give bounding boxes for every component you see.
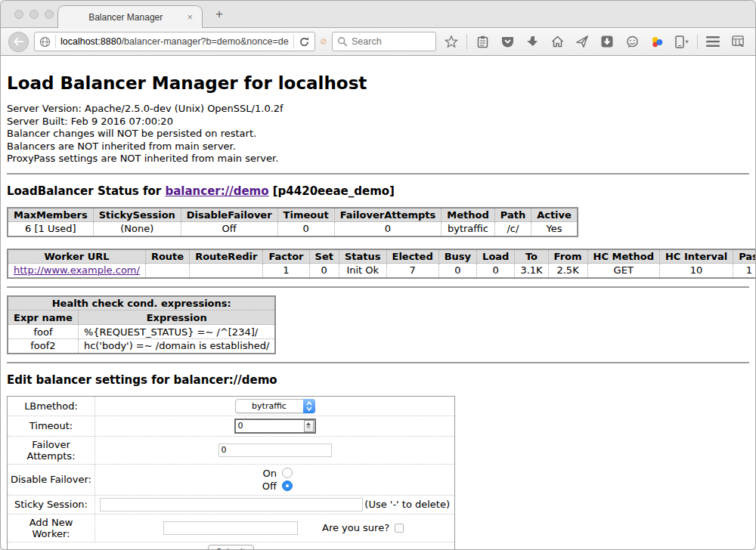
pocket-icon <box>501 36 514 48</box>
cell-expression: hc('body') =~ /domain is established/ <box>78 339 275 354</box>
proxypass-note-line: ProxyPass settings are NOT inherited fro… <box>7 153 749 165</box>
extension-download-button[interactable] <box>597 32 617 51</box>
on-label: On <box>257 468 277 479</box>
cell-busy: 0 <box>438 264 476 278</box>
health-check-table: Health check cond. expressions: Expr nam… <box>7 295 276 354</box>
edit-balancer-form: LBmethod: bytraffic Timeout: 0 <box>7 396 455 550</box>
table-header-row: Worker URL Route RouteRedir Factor Set S… <box>8 249 756 264</box>
divider <box>7 362 749 363</box>
table-row: foof %{REQUEST_STATUS} =~ /^[234]/ <box>8 325 275 339</box>
lb-status-suffix: [p4420eeae_demo] <box>269 184 395 198</box>
col-to: To <box>515 249 548 264</box>
timeout-value: 0 <box>236 421 304 431</box>
form-row-disable-failover: Disable Failover: On Off <box>8 464 455 495</box>
col-factor: Factor <box>263 249 309 264</box>
are-you-sure-label: Are you sure? <box>322 522 389 533</box>
sticky-session-input[interactable] <box>100 498 363 511</box>
clipboard-icon <box>477 36 488 48</box>
new-tab-button[interactable]: + <box>209 7 229 22</box>
cell-method: bytraffic <box>442 222 494 236</box>
page-title: Load Balancer Manager for localhost <box>7 73 749 93</box>
server-info: Server Version: Apache/2.5.0-dev (Unix) … <box>7 103 749 165</box>
pocket-button[interactable] <box>497 32 517 51</box>
zoom-window-button[interactable] <box>45 10 54 19</box>
disable-failover-on-radio[interactable] <box>282 468 293 478</box>
bookmark-star-button[interactable] <box>442 32 461 51</box>
form-row-submit: Submit <box>8 542 455 550</box>
col-routeredir: RouteRedir <box>190 249 263 264</box>
sticky-session-label: Sticky Session: <box>8 495 95 514</box>
off-label: Off <box>257 480 277 492</box>
content-blocked-icon[interactable] <box>321 34 327 49</box>
col-stickysession: StickySession <box>93 208 181 222</box>
lbmethod-select[interactable]: bytraffic <box>235 399 315 413</box>
col-elected: Elected <box>386 249 438 264</box>
search-bar[interactable] <box>332 32 436 51</box>
number-spinner-icon[interactable] <box>304 420 314 432</box>
worker-table: Worker URL Route RouteRedir Factor Set S… <box>7 249 756 279</box>
send-button[interactable] <box>572 32 592 51</box>
box-down-arrow-icon <box>601 36 613 48</box>
star-icon <box>445 35 458 48</box>
close-window-button[interactable] <box>14 10 23 19</box>
disable-failover-label: Disable Failover: <box>8 464 95 495</box>
cell-load: 0 <box>477 264 515 278</box>
col-expr-name: Expr name <box>8 311 78 325</box>
worker-url-link[interactable]: http://www.example.com/ <box>14 264 140 276</box>
cell-worker-url: http://www.example.com/ <box>8 264 145 278</box>
url-domain: localhost:8880 <box>60 36 122 47</box>
chevron-down-icon: ▾ <box>685 38 689 45</box>
url-text[interactable]: localhost:8880/balancer-manager?b=demo&n… <box>60 36 289 47</box>
download-arrow-icon <box>527 36 538 48</box>
col-method: Method <box>442 208 494 222</box>
col-status: Status <box>339 249 386 264</box>
divider <box>7 286 749 288</box>
server-built-line: Server Built: Feb 9 2016 07:00:20 <box>7 116 749 128</box>
colordots-icon <box>651 36 664 48</box>
divider <box>7 173 749 175</box>
urlbar-divider <box>55 35 56 48</box>
col-worker-url: Worker URL <box>8 249 145 264</box>
cell-maxmembers: 6 [1 Used] <box>8 222 93 236</box>
col-disablefailover: DisableFailover <box>181 208 277 222</box>
form-row-sticky: Sticky Session: (Use '-' to delete) <box>8 495 455 514</box>
cell-failoverattempts: 0 <box>334 222 442 236</box>
extension-colordots-button[interactable] <box>647 32 667 51</box>
disable-failover-off-radio[interactable] <box>282 480 293 491</box>
tiles-button[interactable] <box>728 32 748 51</box>
search-input[interactable] <box>352 36 420 47</box>
device-sync-button[interactable]: ▾ <box>672 32 692 51</box>
cell-passes: 1 (0) <box>733 264 756 278</box>
tab-close-icon[interactable]: × <box>185 11 194 23</box>
url-bar[interactable]: localhost:8880/balancer-manager?b=demo&n… <box>34 32 315 51</box>
col-hc-method: HC Method <box>587 249 659 264</box>
add-worker-input[interactable] <box>163 521 298 535</box>
timeout-label: Timeout: <box>8 416 95 436</box>
toolbar-divider2 <box>697 34 698 49</box>
col-load: Load <box>477 249 515 264</box>
hamburger-icon <box>706 36 720 47</box>
form-row-lbmethod: LBmethod: bytraffic <box>8 396 455 416</box>
home-button[interactable] <box>547 32 567 51</box>
minimize-window-button[interactable] <box>29 10 39 19</box>
cell-status: Init Ok <box>339 264 386 278</box>
col-active: Active <box>531 208 578 222</box>
balancer-status-table: MaxMembers StickySession DisableFailover… <box>7 207 578 237</box>
col-path: Path <box>494 208 531 222</box>
select-stepper-icon <box>303 399 315 413</box>
balancer-demo-link[interactable]: balancer://demo <box>165 184 268 198</box>
failover-attempts-input[interactable] <box>218 443 332 457</box>
are-you-sure-checkbox[interactable] <box>395 524 404 533</box>
feedback-button[interactable] <box>622 32 642 51</box>
reading-list-button[interactable] <box>472 32 492 51</box>
menu-button[interactable] <box>703 32 723 51</box>
timeout-input[interactable]: 0 <box>234 419 316 434</box>
sticky-session-hint: (Use '-' to delete) <box>364 499 451 510</box>
submit-button[interactable]: Submit <box>208 545 254 550</box>
downloads-button[interactable] <box>522 32 542 51</box>
cell-elected: 7 <box>386 264 438 278</box>
col-from: From <box>548 249 587 264</box>
tab-balancer-manager[interactable]: Balancer Manager × <box>57 5 203 28</box>
back-button[interactable] <box>8 32 29 52</box>
reload-icon[interactable] <box>299 36 310 48</box>
